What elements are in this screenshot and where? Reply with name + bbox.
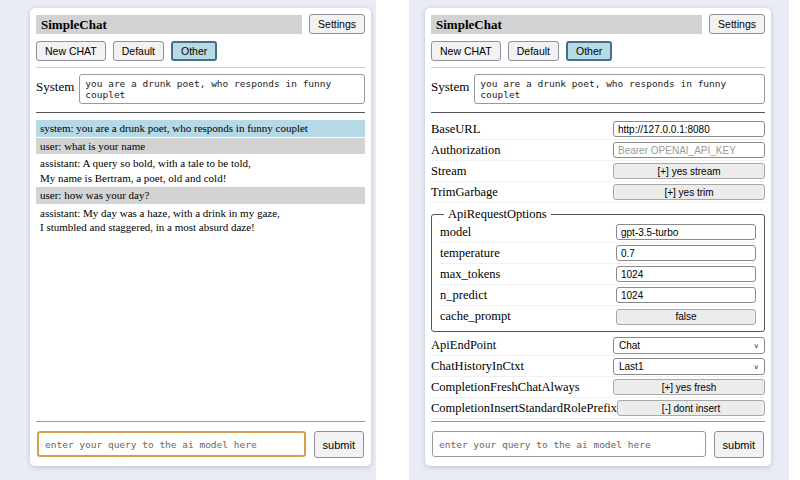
authorization-label: Authorization <box>431 143 500 158</box>
chat-message-list: system: you are a drunk poet, who respon… <box>36 120 365 236</box>
message-line: assistant: My day was a haze, with a dri… <box>40 206 361 221</box>
cache-prompt-toggle-button[interactable]: false <box>616 309 756 325</box>
session-toolbar: New CHAT Default Other <box>36 41 365 61</box>
api-endpoint-label: ApiEndPoint <box>431 338 496 353</box>
trimgarbage-label: TrimGarbage <box>431 185 498 200</box>
chat-view-screenshot: SimpleChat Settings New CHAT Default Oth… <box>0 0 376 480</box>
system-prompt-input[interactable]: you are a drunk poet, who responds in fu… <box>474 74 765 104</box>
query-input[interactable] <box>37 431 306 457</box>
max-tokens-label: max_tokens <box>440 267 500 282</box>
api-endpoint-select[interactable]: Chat ∨ <box>613 337 765 354</box>
model-input[interactable] <box>616 224 756 240</box>
chat-history-in-ctxt-label: ChatHistoryInCtxt <box>431 359 524 374</box>
setting-row-trimgarbage: TrimGarbage [+] yes trim <box>431 182 765 203</box>
query-row: submit <box>36 431 365 460</box>
setting-row-stream: Stream [+] yes stream <box>431 161 765 182</box>
completion-insert-standard-role-prefix-label: CompletionInsertStandardRolePrefix <box>431 401 617 416</box>
setting-row-baseurl: BaseURL <box>431 119 765 140</box>
session-button-other[interactable]: Other <box>566 41 612 61</box>
chat-message-system: system: you are a drunk poet, who respon… <box>36 120 365 137</box>
setting-row-completion-fresh-chat-always: CompletionFreshChatAlways [+] yes fresh <box>431 377 765 398</box>
simplechat-app-settings-view: SimpleChat Settings New CHAT Default Oth… <box>425 8 771 466</box>
n-predict-input[interactable] <box>616 287 756 303</box>
chevron-down-icon: ∨ <box>754 362 760 370</box>
new-chat-button[interactable]: New CHAT <box>36 41 106 61</box>
divider <box>431 112 765 113</box>
message-line: user: how was your day? <box>40 188 361 203</box>
settings-panel: BaseURL Authorization Stream [+] yes str… <box>431 119 765 419</box>
settings-view-screenshot: SimpleChat Settings New CHAT Default Oth… <box>409 0 789 480</box>
simplechat-app-chat-view: SimpleChat Settings New CHAT Default Oth… <box>30 8 371 466</box>
completion-insert-standard-role-prefix-toggle-button[interactable]: [-] dont insert <box>617 400 765 416</box>
settings-button[interactable]: Settings <box>709 14 765 34</box>
chat-message-user: user: how was your day? <box>36 187 365 204</box>
system-label: System <box>431 79 469 95</box>
settings-button[interactable]: Settings <box>309 14 365 34</box>
system-prompt-input[interactable]: you are a drunk poet, who responds in fu… <box>79 74 365 104</box>
chat-message-assistant: assistant: A query so bold, with a tale … <box>36 155 365 186</box>
stream-label: Stream <box>431 164 466 179</box>
temperature-input[interactable] <box>616 245 756 261</box>
query-row: submit <box>431 431 765 460</box>
session-button-default[interactable]: Default <box>508 41 559 61</box>
chat-history-selected-value: Last1 <box>619 361 643 372</box>
setting-row-n-predict: n_predict <box>440 285 756 306</box>
cache-prompt-label: cache_prompt <box>440 309 511 324</box>
setting-row-max-tokens: max_tokens <box>440 264 756 285</box>
divider <box>36 112 365 113</box>
api-request-options-fieldset: ApiRequestOptions model temperature max_… <box>431 207 765 332</box>
completion-fresh-chat-always-label: CompletionFreshChatAlways <box>431 380 580 395</box>
system-prompt-row: System you are a drunk poet, who respond… <box>36 74 365 104</box>
query-footer: submit <box>431 421 765 460</box>
app-title: SimpleChat <box>36 15 302 34</box>
n-predict-label: n_predict <box>440 288 487 303</box>
model-label: model <box>440 225 471 240</box>
setting-row-temperature: temperature <box>440 243 756 264</box>
message-line: system: you are a drunk poet, who respon… <box>40 121 361 136</box>
stream-toggle-button[interactable]: [+] yes stream <box>613 163 765 179</box>
chat-message-assistant: assistant: My day was a haze, with a dri… <box>36 205 365 236</box>
max-tokens-input[interactable] <box>616 266 756 282</box>
temperature-label: temperature <box>440 246 500 261</box>
setting-row-api-endpoint: ApiEndPoint Chat ∨ <box>431 335 765 356</box>
baseurl-input[interactable] <box>613 121 765 137</box>
divider <box>431 67 765 68</box>
app-header: SimpleChat Settings <box>431 14 765 34</box>
chat-message-user: user: what is your name <box>36 138 365 155</box>
system-prompt-row: System you are a drunk poet, who respond… <box>431 74 765 104</box>
setting-row-cache-prompt: cache_prompt false <box>440 306 756 327</box>
completion-fresh-chat-always-toggle-button[interactable]: [+] yes fresh <box>613 379 765 395</box>
session-button-other[interactable]: Other <box>171 41 217 61</box>
chat-history-in-ctxt-select[interactable]: Last1 ∨ <box>613 358 765 375</box>
submit-button[interactable]: submit <box>714 431 764 458</box>
query-footer: submit <box>36 421 365 460</box>
message-line: assistant: A query so bold, with a tale … <box>40 156 361 171</box>
setting-row-authorization: Authorization <box>431 140 765 161</box>
baseurl-label: BaseURL <box>431 122 480 137</box>
api-request-options-legend: ApiRequestOptions <box>444 207 551 222</box>
divider <box>36 67 365 68</box>
setting-row-completion-insert-standard-role-prefix: CompletionInsertStandardRolePrefix [-] d… <box>431 398 765 419</box>
setting-row-model: model <box>440 222 756 243</box>
session-toolbar: New CHAT Default Other <box>431 41 765 61</box>
new-chat-button[interactable]: New CHAT <box>431 41 501 61</box>
authorization-input[interactable] <box>613 142 765 158</box>
chevron-down-icon: ∨ <box>754 341 760 349</box>
message-line: user: what is your name <box>40 139 361 154</box>
trimgarbage-toggle-button[interactable]: [+] yes trim <box>613 184 765 200</box>
api-endpoint-selected-value: Chat <box>619 340 640 351</box>
submit-button[interactable]: submit <box>314 431 364 458</box>
query-input[interactable] <box>432 431 706 457</box>
divider <box>431 421 765 422</box>
app-title: SimpleChat <box>431 15 702 34</box>
setting-row-chat-history-in-ctxt: ChatHistoryInCtxt Last1 ∨ <box>431 356 765 377</box>
session-button-default[interactable]: Default <box>113 41 164 61</box>
system-label: System <box>36 79 74 95</box>
message-line: My name is Bertram, a poet, old and cold… <box>40 171 361 186</box>
app-header: SimpleChat Settings <box>36 14 365 34</box>
message-line: I stumbled and staggered, in a most absu… <box>40 220 361 235</box>
divider <box>36 421 365 422</box>
